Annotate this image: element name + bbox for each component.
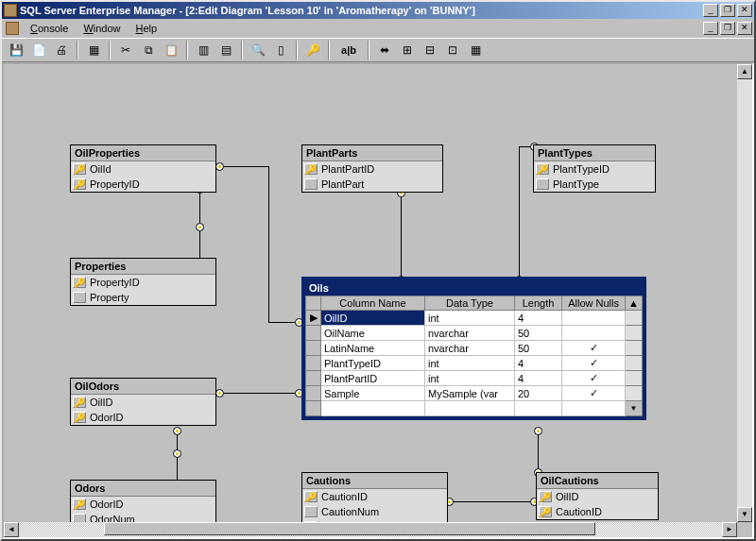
pagebreak-button[interactable]: ▯ xyxy=(270,40,291,60)
table-row[interactable]: OilNamenvarchar50 xyxy=(306,326,643,341)
cut-button[interactable]: ✂ xyxy=(115,40,136,60)
tableview-button[interactable]: ▦ xyxy=(465,40,486,60)
row-selector[interactable]: ▶ xyxy=(306,311,321,326)
scroll-left-button[interactable]: ◄ xyxy=(4,522,19,537)
close-button[interactable]: ✕ xyxy=(737,4,752,17)
table-row[interactable]: 🔑OilID xyxy=(537,489,658,504)
cell-allownulls[interactable]: ✓ xyxy=(562,356,626,371)
titlebar[interactable]: SQL Server Enterprise Manager - [2:Edit … xyxy=(2,2,754,19)
diagram-canvas[interactable]: OilProperties 🔑OilId 🔑PropertyID Propert… xyxy=(2,62,754,539)
menu-help[interactable]: Help xyxy=(129,21,165,36)
cell-length[interactable]: 4 xyxy=(515,311,562,326)
properties-button[interactable]: 📄 xyxy=(28,40,49,60)
horizontal-scrollbar[interactable]: ◄ ► xyxy=(4,522,737,537)
empty-row[interactable]: ▼ xyxy=(306,401,643,416)
scroll-track[interactable] xyxy=(626,326,643,341)
table-row[interactable]: CautionNum xyxy=(302,504,447,519)
script-button[interactable]: ▤ xyxy=(215,40,236,60)
row-selector[interactable] xyxy=(306,326,321,341)
scroll-up-button[interactable]: ▲ xyxy=(737,64,752,79)
copy-button[interactable]: ⧉ xyxy=(138,40,159,60)
scroll-track[interactable] xyxy=(626,341,643,356)
cell-datatype[interactable]: nvarchar xyxy=(425,326,515,341)
scroll-right-button[interactable]: ► xyxy=(722,522,737,537)
table-row[interactable]: PlantPart xyxy=(302,177,442,192)
menu-window[interactable]: Window xyxy=(76,21,128,36)
constraints-button[interactable]: ⊟ xyxy=(420,40,440,60)
minimize-button[interactable]: _ xyxy=(703,4,718,17)
cell-datatype[interactable]: int xyxy=(425,311,515,326)
scroll-down-button[interactable]: ▼ xyxy=(737,507,752,522)
oils-grid[interactable]: Column Name Data Type Length Allow Nulls… xyxy=(305,296,643,416)
cell-datatype[interactable]: int xyxy=(425,356,515,371)
scroll-down-button[interactable]: ▼ xyxy=(626,401,643,416)
table-row[interactable]: 🔑PlantTypeID xyxy=(534,161,655,177)
paste-button[interactable]: 📋 xyxy=(161,40,181,60)
cell-allownulls[interactable] xyxy=(562,326,626,341)
table-row[interactable]: Property xyxy=(71,290,215,305)
table-plantparts[interactable]: PlantParts 🔑PlantPartID PlantPart xyxy=(301,144,443,193)
cell-allownulls[interactable]: ✓ xyxy=(562,386,626,401)
print-button[interactable]: 🖨 xyxy=(51,40,72,60)
scroll-track[interactable] xyxy=(19,522,722,537)
row-selector[interactable] xyxy=(306,356,321,371)
header-datatype[interactable]: Data Type xyxy=(425,296,515,311)
table-row[interactable]: 🔑PropertyID xyxy=(71,275,215,290)
arrange-button[interactable]: ⊡ xyxy=(442,40,463,60)
table-row[interactable]: SampleMySample (var20✓ xyxy=(306,386,643,401)
table-row[interactable]: PlantType xyxy=(534,177,655,192)
header-colname[interactable]: Column Name xyxy=(321,296,425,311)
cell-colname[interactable]: LatinName xyxy=(321,341,425,356)
mdi-icon[interactable] xyxy=(6,22,19,35)
cell-allownulls[interactable]: ✓ xyxy=(562,341,626,356)
scroll-track[interactable] xyxy=(737,79,752,507)
cell-datatype[interactable]: int xyxy=(425,371,515,386)
cell-colname[interactable]: OilID xyxy=(321,311,425,326)
cell-length[interactable]: 4 xyxy=(515,356,562,371)
scroll-up-button[interactable]: ▲ xyxy=(626,296,643,311)
cell-allownulls[interactable] xyxy=(562,311,626,326)
table-row[interactable]: 🔑PlantPartID xyxy=(302,161,442,177)
new-table-button[interactable]: ▦ xyxy=(83,40,104,60)
maximize-button[interactable]: ❐ xyxy=(720,4,735,17)
cell-length[interactable]: 20 xyxy=(515,386,562,401)
table-oilproperties[interactable]: OilProperties 🔑OilId 🔑PropertyID xyxy=(70,144,216,193)
table-row[interactable]: 🔑OilId xyxy=(71,161,215,177)
cell-datatype[interactable]: MySample (var xyxy=(425,386,515,401)
menu-console[interactable]: Console xyxy=(23,21,76,36)
scroll-track[interactable] xyxy=(626,371,643,386)
table-properties[interactable]: Properties 🔑PropertyID Property xyxy=(70,258,216,306)
cell-allownulls[interactable]: ✓ xyxy=(562,371,626,386)
table-oils-detail[interactable]: Oils Column Name Data Type Length Allow … xyxy=(301,277,646,420)
row-selector[interactable] xyxy=(306,341,321,356)
table-oilodors[interactable]: OilOdors 🔑OilID 🔑OdorID xyxy=(70,378,216,426)
cell-length[interactable]: 50 xyxy=(515,341,562,356)
mdi-minimize-button[interactable]: _ xyxy=(703,22,718,35)
table-row[interactable]: ▶OilIDint4 xyxy=(306,311,643,326)
table-row[interactable]: 🔑OilID xyxy=(71,395,215,410)
header-length[interactable]: Length xyxy=(515,296,562,311)
table-row[interactable]: 🔑CautionID xyxy=(302,489,447,504)
mdi-restore-button[interactable]: ❐ xyxy=(720,22,735,35)
header-allownulls[interactable]: Allow Nulls xyxy=(562,296,626,311)
table-row[interactable]: PlantPartIDint4✓ xyxy=(306,371,643,386)
table-row[interactable]: 🔑PropertyID xyxy=(71,177,215,192)
table-row[interactable]: 🔑OdorID xyxy=(71,410,215,425)
cell-datatype[interactable]: nvarchar xyxy=(425,341,515,356)
key-button[interactable]: 🔑 xyxy=(302,40,323,60)
cell-colname[interactable]: Sample xyxy=(321,386,425,401)
cell-length[interactable]: 4 xyxy=(515,371,562,386)
scroll-thumb[interactable] xyxy=(104,522,595,535)
indexes-button[interactable]: ⊞ xyxy=(397,40,418,60)
scroll-track[interactable] xyxy=(626,311,643,326)
scroll-track[interactable] xyxy=(626,356,643,371)
cell-colname[interactable]: OilName xyxy=(321,326,425,341)
table-row[interactable]: PlantTypeIDint4✓ xyxy=(306,356,643,371)
table-row[interactable]: 🔑CautionID xyxy=(537,504,658,519)
vertical-scrollbar[interactable]: ▲ ▼ xyxy=(737,64,752,522)
table-oilcautions[interactable]: OilCautions 🔑OilID 🔑CautionID xyxy=(536,472,659,520)
table-row[interactable]: 🔑OdorID xyxy=(71,497,215,512)
table-row[interactable]: LatinNamenvarchar50✓ xyxy=(306,341,643,356)
cell-length[interactable]: 50 xyxy=(515,326,562,341)
save-button[interactable]: 💾 xyxy=(6,40,26,60)
